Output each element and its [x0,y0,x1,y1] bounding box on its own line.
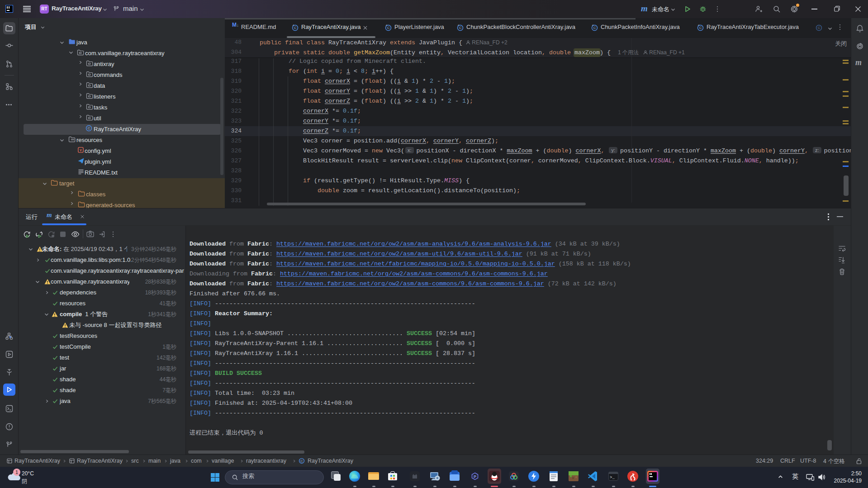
svg-text:C: C [88,126,90,130]
svg-text:Y: Y [80,148,82,152]
svg-text:C: C [300,459,303,463]
svg-text:P: P [474,474,476,479]
